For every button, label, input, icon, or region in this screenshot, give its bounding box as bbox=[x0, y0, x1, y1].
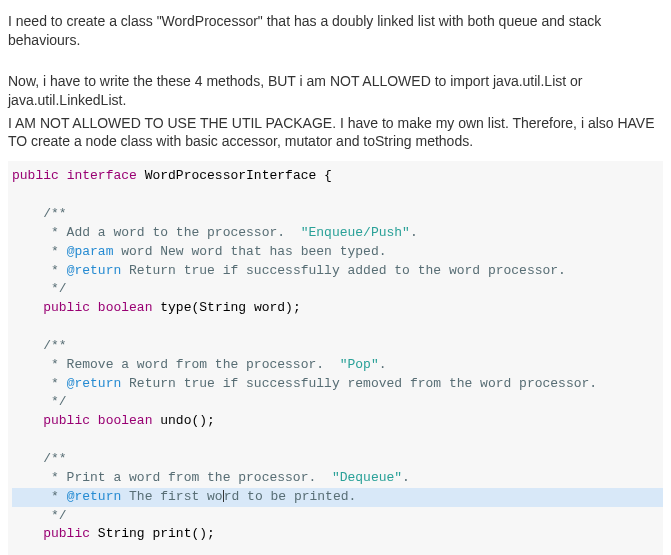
method-params: (); bbox=[191, 413, 214, 428]
doc-open: /** bbox=[43, 338, 66, 353]
doc-open: /** bbox=[43, 206, 66, 221]
doc-open: /** bbox=[43, 451, 66, 466]
desc-p3: I AM NOT ALLOWED TO USE THE UTIL PACKAGE… bbox=[8, 114, 663, 152]
doc-close: */ bbox=[43, 394, 66, 409]
keyword-public: public bbox=[43, 413, 90, 428]
keyword-public: public bbox=[43, 526, 90, 541]
doc-close: */ bbox=[43, 508, 66, 523]
keyword-boolean: boolean bbox=[98, 300, 153, 315]
doc-line: * Print a word from the processor. "Dequ… bbox=[12, 470, 410, 485]
brace-open: { bbox=[324, 168, 332, 183]
code-block: public interface WordProcessorInterface … bbox=[8, 161, 663, 555]
keyword-boolean: boolean bbox=[98, 413, 153, 428]
desc-p1: I need to create a class "WordProcessor"… bbox=[8, 12, 663, 50]
method-name-type: type bbox=[160, 300, 191, 315]
method-name-undo: undo bbox=[160, 413, 191, 428]
method-params: (); bbox=[191, 526, 214, 541]
keyword-public: public bbox=[43, 300, 90, 315]
interface-name: WordProcessorInterface bbox=[145, 168, 317, 183]
doc-line: * Add a word to the processor. "Enqueue/… bbox=[12, 225, 418, 240]
keyword-interface: interface bbox=[67, 168, 137, 183]
keyword-public: public bbox=[12, 168, 59, 183]
desc-p2: Now, i have to write the these 4 methods… bbox=[8, 72, 663, 110]
method-params: (String word); bbox=[191, 300, 300, 315]
highlighted-line: * @return The first word to be printed. bbox=[12, 488, 663, 507]
doc-line: * @return Return true if successfully re… bbox=[12, 376, 597, 391]
method-name-print: print bbox=[152, 526, 191, 541]
doc-line: * @param word New word that has been typ… bbox=[12, 244, 387, 259]
return-type-string: String bbox=[98, 526, 145, 541]
doc-line: * Remove a word from the processor. "Pop… bbox=[12, 357, 387, 372]
question-description: I need to create a class "WordProcessor"… bbox=[8, 12, 663, 151]
doc-line: * @return Return true if successfully ad… bbox=[12, 263, 566, 278]
doc-close: */ bbox=[43, 281, 66, 296]
